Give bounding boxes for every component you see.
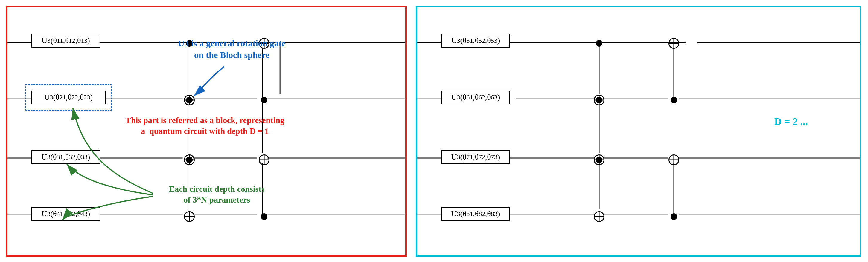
ctrl-dot-r-row3-right [671,213,677,220]
cnot-target-r-row3-left [594,211,604,222]
gate-u3-51: U3(θ51,θ52,θ53) [441,34,510,47]
gate-u3-71: U3(θ71,θ72,θ73) [441,150,510,164]
ctrl-dot-row1-right [261,97,268,103]
ctrl-dot-r-row0-left [596,40,602,46]
main-container: U3(θ11,θ12,θ13) U3(θ21,θ22,θ23) U3(θ31,θ… [6,6,861,257]
gate-u3-81: U3(θ81,θ82,θ83) [441,207,510,221]
cnot-target-r-row2-right [669,155,679,165]
annotation-red-text: This part is referred as a block, repres… [112,115,298,137]
annotation-depth: D = 2 ... [758,115,824,128]
ctrl-dot-r-row2-left [596,157,602,163]
gate-u3-41: U3(θ41,θ42,θ43) [31,207,100,221]
annotation-blue-text: U3 is a general rotation gateon the Bloc… [169,37,294,61]
ctrl-dot-r-row1-left [596,97,602,103]
cnot-target-row2-right [259,155,270,165]
ctrl-dot-row1-left [186,97,193,103]
gate-u3-61: U3(θ61,θ62,θ63) [441,91,510,104]
left-block: U3(θ11,θ12,θ13) U3(θ21,θ22,θ23) U3(θ31,θ… [6,6,407,257]
cnot-target-row3-left [184,211,195,222]
annotation-green-text: Each circuit depth consistsof 3*N parame… [151,184,283,205]
gate-u3-21: U3(θ21,θ22,θ23) [31,91,105,104]
ctrl-dot-r-row1-right [671,97,677,103]
right-block: U3(θ51,θ52,θ53) U3(θ61,θ62,θ63) U3(θ71,θ… [416,6,861,257]
cnot-target-r-row0-right [669,38,679,49]
ctrl-dot-row2-left [186,157,193,163]
ctrl-dot-row3-right [261,213,268,220]
gate-u3-31: U3(θ31,θ32,θ33) [31,150,100,164]
gate-u3-11: U3(θ11,θ12,θ13) [31,34,100,47]
